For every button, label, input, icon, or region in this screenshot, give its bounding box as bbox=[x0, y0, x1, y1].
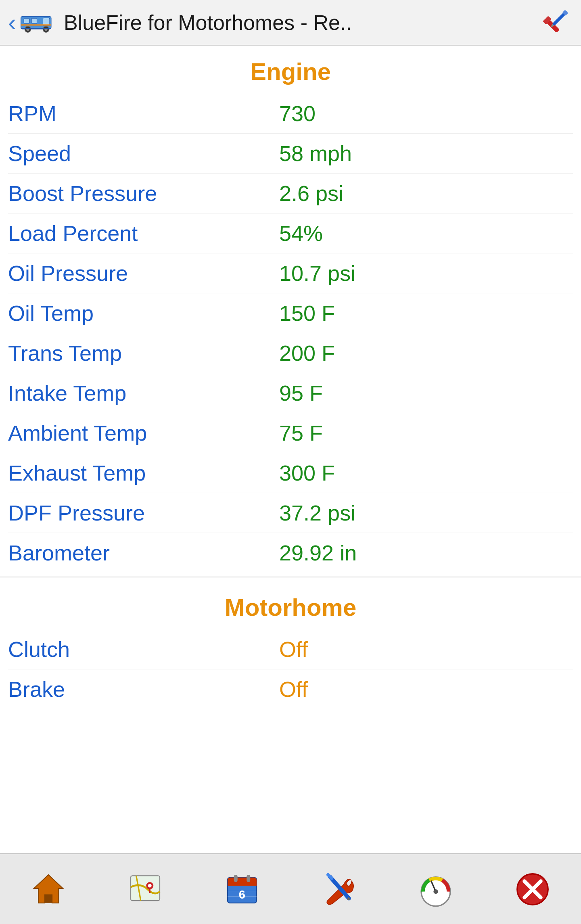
oil-temp-row: Oil Temp 150 F bbox=[8, 293, 573, 333]
oil-pressure-label: Oil Pressure bbox=[8, 261, 279, 286]
boost-pressure-row: Boost Pressure 2.6 psi bbox=[8, 174, 573, 213]
back-button[interactable]: ‹ bbox=[8, 8, 56, 36]
boost-pressure-label: Boost Pressure bbox=[8, 181, 279, 206]
oil-temp-value: 150 F bbox=[279, 301, 573, 326]
clutch-label: Clutch bbox=[8, 637, 279, 662]
trans-temp-row: Trans Temp 200 F bbox=[8, 333, 573, 373]
svg-text:6: 6 bbox=[239, 888, 245, 901]
svg-rect-18 bbox=[45, 895, 52, 903]
brake-row: Brake Off bbox=[8, 669, 573, 709]
close-icon bbox=[514, 871, 551, 907]
barometer-row: Barometer 29.92 in bbox=[8, 533, 573, 573]
svg-rect-2 bbox=[24, 19, 29, 23]
exhaust-temp-row: Exhaust Temp 300 F bbox=[8, 453, 573, 493]
ambient-temp-label: Ambient Temp bbox=[8, 420, 279, 445]
load-percent-value: 54% bbox=[279, 221, 573, 246]
load-percent-label: Load Percent bbox=[8, 221, 279, 246]
home-icon bbox=[30, 871, 67, 907]
svg-point-36 bbox=[433, 889, 438, 894]
nav-close[interactable] bbox=[484, 858, 581, 920]
oil-pressure-row: Oil Pressure 10.7 psi bbox=[8, 253, 573, 293]
barometer-label: Barometer bbox=[8, 540, 279, 565]
speed-row: Speed 58 mph bbox=[8, 134, 573, 174]
intake-temp-row: Intake Temp 95 F bbox=[8, 373, 573, 413]
ambient-temp-row: Ambient Temp 75 F bbox=[8, 413, 573, 453]
gauge-icon bbox=[418, 871, 454, 907]
dpf-pressure-label: DPF Pressure bbox=[8, 500, 279, 525]
svg-rect-3 bbox=[31, 19, 37, 23]
brake-value: Off bbox=[279, 677, 573, 702]
nav-tools[interactable] bbox=[290, 858, 387, 920]
rpm-label: RPM bbox=[8, 101, 279, 126]
nav-calendar[interactable]: 6 bbox=[194, 858, 290, 920]
exhaust-temp-label: Exhaust Temp bbox=[8, 460, 279, 485]
engine-section-header: Engine bbox=[0, 46, 581, 94]
dpf-pressure-value: 37.2 psi bbox=[279, 500, 573, 525]
content-area: Engine RPM 730 Speed 58 mph Boost Pressu… bbox=[0, 46, 581, 782]
nav-gauge[interactable] bbox=[387, 858, 484, 920]
oil-pressure-value: 10.7 psi bbox=[279, 261, 573, 286]
nav-home[interactable] bbox=[0, 858, 97, 920]
engine-motorhome-divider bbox=[0, 577, 581, 577]
speed-label: Speed bbox=[8, 141, 279, 166]
app-header: ‹ BlueFire for Motorhomes - Re.. bbox=[0, 0, 581, 46]
svg-rect-9 bbox=[21, 28, 51, 29]
svg-rect-29 bbox=[234, 875, 238, 882]
speed-value: 58 mph bbox=[279, 141, 573, 166]
svg-rect-4 bbox=[21, 24, 51, 26]
svg-point-21 bbox=[148, 884, 152, 887]
clutch-row: Clutch Off bbox=[8, 629, 573, 669]
engine-data-section: RPM 730 Speed 58 mph Boost Pressure 2.6 … bbox=[0, 94, 581, 573]
trans-temp-value: 200 F bbox=[279, 341, 573, 366]
rpm-value: 730 bbox=[279, 101, 573, 126]
trans-temp-label: Trans Temp bbox=[8, 341, 279, 366]
barometer-value: 29.92 in bbox=[279, 540, 573, 565]
settings-icon[interactable] bbox=[543, 7, 573, 38]
bottom-navigation: 6 bbox=[0, 853, 581, 924]
motorhome-section-header: Motorhome bbox=[0, 581, 581, 629]
svg-rect-30 bbox=[247, 875, 250, 882]
dpf-pressure-row: DPF Pressure 37.2 psi bbox=[8, 493, 573, 533]
exhaust-temp-value: 300 F bbox=[279, 460, 573, 485]
rv-icon bbox=[19, 9, 56, 36]
clutch-value: Off bbox=[279, 637, 573, 662]
motorhome-data-section: Clutch Off Brake Off bbox=[0, 629, 581, 709]
tools-icon bbox=[321, 871, 357, 907]
boost-pressure-value: 2.6 psi bbox=[279, 181, 573, 206]
brake-label: Brake bbox=[8, 677, 279, 702]
header-title: BlueFire for Motorhomes - Re.. bbox=[64, 10, 543, 35]
load-percent-row: Load Percent 54% bbox=[8, 213, 573, 253]
ambient-temp-value: 75 F bbox=[279, 420, 573, 445]
map-icon bbox=[127, 871, 163, 907]
oil-temp-label: Oil Temp bbox=[8, 301, 279, 326]
rpm-row: RPM 730 bbox=[8, 94, 573, 134]
nav-map[interactable] bbox=[97, 858, 194, 920]
calendar-icon: 6 bbox=[224, 871, 260, 907]
intake-temp-value: 95 F bbox=[279, 380, 573, 406]
intake-temp-label: Intake Temp bbox=[8, 380, 279, 406]
svg-rect-25 bbox=[228, 882, 257, 886]
